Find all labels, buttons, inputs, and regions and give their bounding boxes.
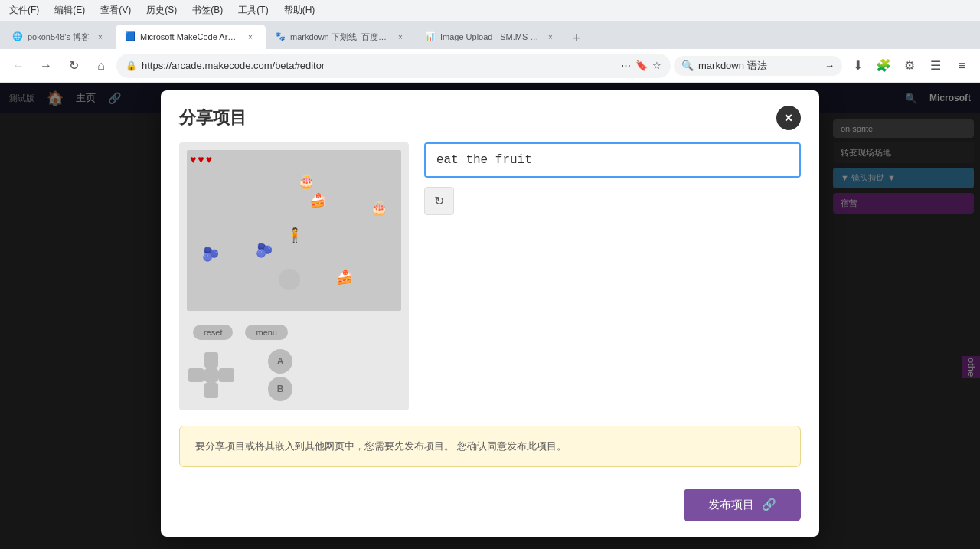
game-screen: ♥♥♥ 🎂 🍰 🎂 🧍 🫐 🫐 🍰 (187, 150, 401, 311)
modal-header: 分享项目 × (161, 90, 819, 142)
modal-title: 分享项目 (179, 106, 247, 129)
menu-edit[interactable]: 编辑(E) (51, 2, 88, 18)
address-more-icon: ⋯ (621, 60, 631, 71)
refresh-button[interactable]: ↻ (61, 54, 86, 78)
tab4-close[interactable]: × (544, 31, 557, 43)
dpad-up[interactable] (204, 352, 218, 368)
search-bar[interactable]: 🔍 markdown 语法 → (674, 56, 842, 76)
tab1-favicon: 🌐 (12, 31, 23, 42)
tab1-label: pokon548's 博客 (28, 31, 90, 43)
publish-label: 发布项目 (708, 498, 754, 512)
menu-view[interactable]: 查看(V) (97, 2, 134, 18)
menu-bar: 文件(F) 编辑(E) 查看(V) 历史(S) 书签(B) 工具(T) 帮助(H… (0, 0, 980, 21)
dpad-left[interactable] (188, 368, 204, 382)
heart-display: ♥♥♥ (190, 153, 214, 165)
nav-bar: ← → ↻ ⌂ 🔒 https://arcade.makecode.com/be… (0, 49, 980, 83)
search-icon: 🔍 (681, 60, 694, 71)
info-box: 要分享项目或将其嵌入到其他网页中，您需要先发布项目。 您确认同意发布此项目。 (179, 426, 801, 467)
sidebar-icon[interactable]: ☰ (923, 54, 948, 78)
sprite-berry1: 🫐 (256, 242, 273, 259)
game-controls: reset menu (179, 319, 409, 410)
sprite-player: 🧍 (286, 227, 303, 243)
back-button[interactable]: ← (6, 54, 31, 78)
extensions-icon[interactable]: 🧩 (871, 54, 896, 78)
sprite-cake1: 🎂 (298, 173, 315, 190)
tab3-favicon: 🐾 (275, 31, 286, 42)
control-buttons: reset menu (193, 325, 288, 340)
settings-icon[interactable]: ⚙ (897, 54, 922, 78)
tab4-favicon: 📊 (425, 31, 436, 42)
forward-button[interactable]: → (34, 54, 58, 78)
dpad-right[interactable] (219, 368, 234, 382)
menu-file[interactable]: 文件(F) (6, 2, 42, 18)
search-submit-icon[interactable]: → (825, 60, 835, 71)
tab-makecode[interactable]: 🟦 Microsoft MakeCode Arcade × (116, 25, 266, 49)
game-preview: ♥♥♥ 🎂 🍰 🎂 🧍 🫐 🫐 🍰 (179, 142, 409, 410)
action-row: ↻ (424, 187, 801, 215)
tab-image-upload[interactable]: 📊 Image Upload - SM.MS - Simp... × (416, 25, 566, 49)
modal-close-button[interactable]: × (776, 106, 801, 130)
url-text: https://arcade.makecode.com/beta#editor (142, 60, 616, 71)
tab4-label: Image Upload - SM.MS - Simp... (440, 32, 540, 41)
tab-markdown-search[interactable]: 🐾 markdown 下划线_百度搜索 × (266, 25, 416, 49)
refresh-button[interactable]: ↻ (424, 187, 454, 215)
new-tab-button[interactable]: + (566, 28, 587, 49)
dpad-center (203, 367, 220, 384)
sprite-cake2: 🍰 (309, 192, 326, 209)
search-text: markdown 语法 (698, 59, 767, 73)
tabs-bar: 🌐 pokon548's 博客 × 🟦 Microsoft MakeCode A… (0, 21, 980, 49)
publish-share-icon: 🔗 (762, 498, 776, 511)
lock-icon: 🔒 (126, 60, 137, 71)
tab2-label: Microsoft MakeCode Arcade (140, 32, 240, 41)
dpad[interactable] (188, 352, 234, 398)
share-modal: 分享项目 × ♥♥♥ 🎂 🍰 🎂 🧍 🫐 🫐 (161, 90, 819, 537)
b-button[interactable]: B (268, 377, 292, 401)
sprite-cake3: 🎂 (371, 200, 387, 217)
address-bar[interactable]: 🔒 https://arcade.makecode.com/beta#edito… (116, 54, 671, 78)
reset-button[interactable]: reset (193, 325, 233, 340)
menu-icon[interactable]: ≡ (949, 54, 974, 78)
ab-buttons: A B (253, 349, 292, 401)
d-ab-area: A B (188, 349, 292, 401)
bookmark-icon[interactable]: 🔖 (635, 60, 648, 71)
menu-button[interactable]: menu (245, 325, 288, 340)
tab2-close[interactable]: × (244, 31, 256, 43)
star-icon[interactable]: ☆ (652, 60, 662, 71)
download-icon[interactable]: ⬇ (845, 54, 870, 78)
menu-help[interactable]: 帮助(H) (281, 2, 318, 18)
controls-area: reset menu (188, 325, 292, 401)
menu-bookmarks[interactable]: 书签(B) (189, 2, 226, 18)
dpad-down[interactable] (204, 383, 218, 398)
publish-button[interactable]: 发布项目 🔗 (684, 489, 801, 521)
tab-pokon-blog[interactable]: 🌐 pokon548's 博客 × (3, 25, 116, 49)
tab3-close[interactable]: × (394, 31, 407, 43)
nav-actions: ⬇ 🧩 ⚙ ☰ ≡ (845, 54, 974, 78)
sprite-berry2: 🫐 (202, 246, 219, 263)
tab1-close[interactable]: × (94, 31, 106, 43)
modal-right-panel: ↻ (424, 142, 801, 410)
tab3-label: markdown 下划线_百度搜索 (290, 31, 390, 43)
sprite-cake4: 🍰 (336, 269, 353, 286)
home-button[interactable]: ⌂ (89, 54, 113, 78)
menu-history[interactable]: 历史(S) (143, 2, 180, 18)
page-background: 测试版 🏠 主页 🔗 🔍 Microsoft on sprite 转变现场场地 … (0, 83, 980, 549)
modal-footer: 发布项目 🔗 (161, 479, 819, 537)
refresh-icon: ↻ (434, 194, 444, 208)
info-text: 要分享项目或将其嵌入到其他网页中，您需要先发布项目。 您确认同意发布此项目。 (195, 440, 567, 452)
project-name-input[interactable] (424, 142, 801, 178)
modal-body: ♥♥♥ 🎂 🍰 🎂 🧍 🫐 🫐 🍰 (161, 142, 819, 426)
tab2-favicon: 🟦 (125, 31, 136, 42)
modal-overlay: 分享项目 × ♥♥♥ 🎂 🍰 🎂 🧍 🫐 🫐 (0, 83, 980, 549)
game-ball (279, 269, 300, 290)
menu-tools[interactable]: 工具(T) (235, 2, 271, 18)
a-button[interactable]: A (268, 349, 292, 374)
